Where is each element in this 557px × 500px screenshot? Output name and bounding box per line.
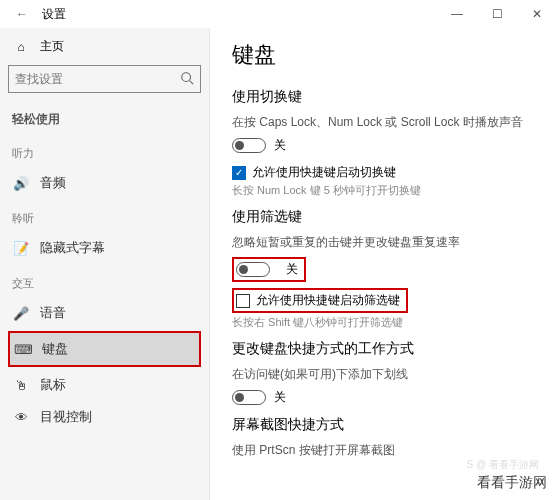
- faint-watermark: S @ 看看手游网: [467, 458, 539, 472]
- sidebar-item-label: 鼠标: [40, 376, 66, 394]
- annotation-highlight-keyboard: ⌨ 键盘: [8, 331, 201, 367]
- sidebar-item-speech[interactable]: 🎤 语音: [8, 297, 201, 329]
- window-controls: — ☐ ✕: [437, 0, 557, 28]
- minimize-button[interactable]: —: [437, 0, 477, 28]
- desc-filter-keys: 忽略短暂或重复的击键并更改键盘重复速率: [232, 234, 553, 251]
- sub-filter-keys: 长按右 Shift 键八秒钟可打开筛选键: [232, 315, 553, 330]
- sub-toggle-keys: 长按 Num Lock 键 5 秒钟可打开切换键: [232, 183, 553, 198]
- toggle-label: 关: [286, 261, 298, 278]
- svg-point-0: [182, 72, 191, 81]
- toggle-underline-access[interactable]: [232, 390, 266, 405]
- category-ease: 轻松使用: [8, 107, 201, 134]
- search-icon: [180, 71, 194, 88]
- sidebar-item-label: 隐藏式字幕: [40, 239, 105, 257]
- keyboard-icon: ⌨: [14, 342, 32, 357]
- sidebar-item-home[interactable]: ⌂ 主页: [8, 32, 201, 65]
- checkbox-label: 允许使用快捷键启动切换键: [252, 164, 396, 181]
- sidebar-item-label: 音频: [40, 174, 66, 192]
- heading-filter-keys: 使用筛选键: [232, 208, 553, 226]
- mic-icon: 🎤: [12, 306, 30, 321]
- main-panel: 键盘 使用切换键 在按 Caps Lock、Num Lock 或 Scroll …: [210, 28, 557, 500]
- heading-prtscn: 屏幕截图快捷方式: [232, 416, 553, 434]
- mouse-icon: 🖱: [12, 378, 30, 393]
- toggle-toggle-keys[interactable]: [232, 138, 266, 153]
- sidebar-item-label: 键盘: [42, 340, 68, 358]
- watermark: 看看手游网: [473, 472, 551, 494]
- toggle-filter-keys[interactable]: [236, 262, 270, 277]
- home-icon: ⌂: [12, 40, 30, 54]
- category-hearing2: 聆听: [8, 207, 201, 232]
- home-label: 主页: [40, 38, 64, 55]
- search-box[interactable]: [8, 65, 201, 93]
- checkbox-toggle-shortcut[interactable]: ✓: [232, 166, 246, 180]
- desc-toggle-keys: 在按 Caps Lock、Num Lock 或 Scroll Lock 时播放声…: [232, 114, 553, 131]
- eye-icon: 👁: [12, 410, 30, 425]
- toggle-label: 关: [274, 389, 286, 406]
- annotation-highlight-filter-toggle: 关: [232, 257, 306, 282]
- back-icon[interactable]: ←: [10, 7, 34, 21]
- sidebar-item-eye-control[interactable]: 👁 目视控制: [8, 401, 201, 433]
- search-input[interactable]: [15, 72, 180, 86]
- heading-toggle-keys: 使用切换键: [232, 88, 553, 106]
- sidebar-item-captions[interactable]: 📝 隐藏式字幕: [8, 232, 201, 264]
- toggle-label: 关: [274, 137, 286, 154]
- sidebar-item-audio[interactable]: 🔊 音频: [8, 167, 201, 199]
- speaker-icon: 🔊: [12, 176, 30, 191]
- page-title: 键盘: [232, 40, 553, 70]
- category-interact: 交互: [8, 272, 201, 297]
- sidebar: ⌂ 主页 轻松使用 听力 🔊 音频 聆听 📝 隐藏式字幕 交互 🎤 语音 ⌨: [0, 28, 210, 500]
- checkbox-label: 允许使用快捷键启动筛选键: [256, 292, 400, 309]
- svg-line-1: [190, 80, 194, 84]
- desc-shortcut-mode: 在访问键(如果可用)下添加下划线: [232, 366, 553, 383]
- cc-icon: 📝: [12, 241, 30, 256]
- maximize-button[interactable]: ☐: [477, 0, 517, 28]
- checkbox-filter-shortcut[interactable]: [236, 294, 250, 308]
- annotation-highlight-filter-checkbox: 允许使用快捷键启动筛选键: [232, 288, 408, 313]
- heading-shortcut-mode: 更改键盘快捷方式的工作方式: [232, 340, 553, 358]
- sidebar-item-mouse[interactable]: 🖱 鼠标: [8, 369, 201, 401]
- window-title: 设置: [42, 6, 66, 23]
- sidebar-item-keyboard[interactable]: ⌨ 键盘: [10, 333, 199, 365]
- category-hearing: 听力: [8, 142, 201, 167]
- sidebar-item-label: 目视控制: [40, 408, 92, 426]
- sidebar-item-label: 语音: [40, 304, 66, 322]
- close-button[interactable]: ✕: [517, 0, 557, 28]
- desc-prtscn: 使用 PrtScn 按键打开屏幕截图: [232, 442, 553, 459]
